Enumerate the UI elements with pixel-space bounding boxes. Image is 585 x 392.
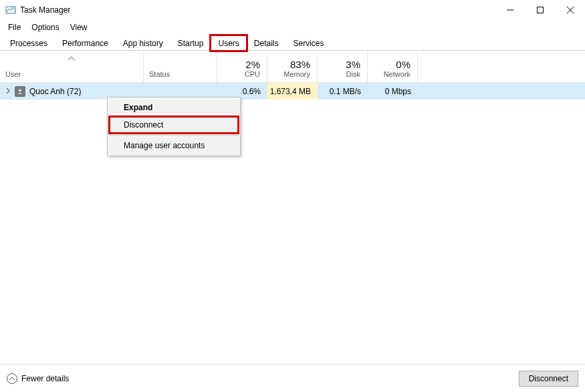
memory-percent: 83% (290, 59, 310, 70)
network-cell: 0 Mbps (368, 87, 418, 96)
fewer-details-button[interactable]: Fewer details (7, 373, 69, 384)
tab-services[interactable]: Services (286, 35, 332, 51)
column-header-cpu[interactable]: 2% CPU (217, 51, 267, 82)
window-title: Task Manager (20, 5, 495, 15)
context-menu-expand[interactable]: Expand (109, 99, 239, 116)
column-header-memory[interactable]: 83% Memory (267, 51, 318, 82)
minimize-button[interactable] (495, 0, 525, 20)
memory-label: Memory (283, 70, 310, 78)
user-row[interactable]: Quoc Anh (72) 0.6% 1,673.4 MB 0.1 MB/s 0… (0, 83, 585, 100)
svg-rect-0 (6, 7, 15, 13)
tab-strip: Processes Performance App history Startu… (0, 35, 585, 51)
context-menu-manage-accounts[interactable]: Manage user accounts (109, 137, 239, 154)
user-avatar-icon (15, 86, 25, 97)
menu-options[interactable]: Options (26, 21, 64, 33)
user-cell: Quoc Anh (72) (0, 86, 144, 97)
cpu-cell: 0.6% (217, 87, 267, 96)
column-header-row: User Status 2% CPU 83% Memory 3% Disk 0%… (0, 51, 585, 83)
column-label-user: User (5, 70, 143, 78)
disk-label: Disk (346, 70, 360, 78)
network-percent: 0% (396, 59, 411, 70)
memory-cell: 1,673.4 MB (267, 83, 318, 100)
context-menu-disconnect[interactable]: Disconnect (109, 116, 239, 134)
column-label-status: Status (149, 70, 170, 78)
svg-point-5 (19, 89, 21, 91)
tab-performance[interactable]: Performance (55, 35, 116, 51)
column-header-disk[interactable]: 3% Disk (318, 51, 368, 82)
menu-file[interactable]: File (3, 21, 26, 33)
footer-bar: Fewer details Disconnect (0, 364, 585, 392)
column-header-user[interactable]: User (0, 51, 144, 82)
tab-users[interactable]: Users (211, 35, 246, 51)
tab-startup[interactable]: Startup (170, 35, 211, 51)
chevron-up-circle-icon (7, 373, 17, 384)
close-button[interactable] (555, 0, 585, 20)
fewer-details-label: Fewer details (21, 374, 69, 383)
disconnect-button[interactable]: Disconnect (519, 371, 578, 387)
disk-cell: 0.1 MB/s (318, 87, 368, 96)
sort-chevron-icon (68, 53, 75, 63)
network-label: Network (384, 70, 411, 78)
app-icon (5, 5, 16, 15)
title-bar: Task Manager (0, 0, 585, 20)
expand-caret-icon[interactable] (5, 87, 11, 95)
tab-processes[interactable]: Processes (3, 35, 55, 51)
window-controls (495, 0, 585, 20)
user-name: Quoc Anh (72) (29, 87, 81, 96)
cpu-label: CPU (245, 70, 260, 78)
context-menu: Expand Disconnect Manage user accounts (107, 97, 241, 156)
tab-app-history[interactable]: App history (116, 35, 170, 51)
column-header-network[interactable]: 0% Network (368, 51, 418, 82)
svg-rect-2 (537, 7, 543, 13)
maximize-button[interactable] (525, 0, 555, 20)
column-header-status[interactable]: Status (144, 51, 217, 82)
tab-details[interactable]: Details (247, 35, 286, 51)
cpu-percent: 2% (245, 59, 260, 70)
menu-bar: File Options View (0, 20, 585, 35)
disk-percent: 3% (346, 59, 360, 70)
menu-view[interactable]: View (65, 21, 93, 33)
context-menu-separator (109, 135, 239, 136)
